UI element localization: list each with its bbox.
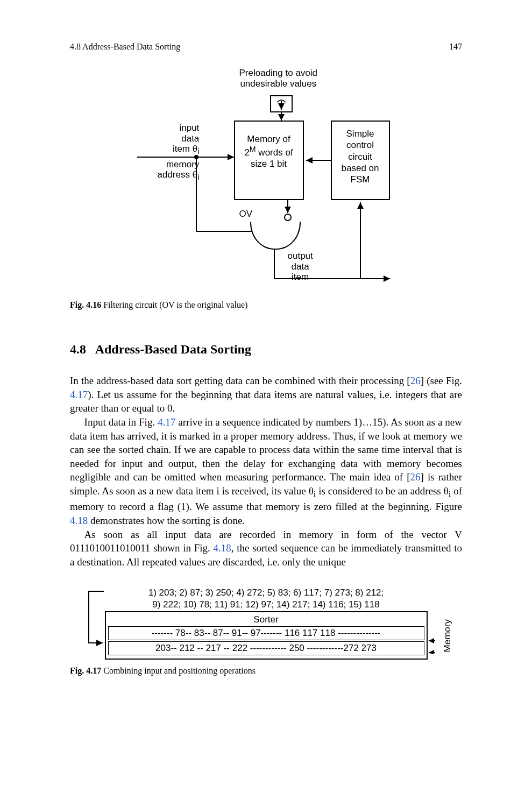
fig416-output-label-2: data [288,261,313,272]
svg-point-10 [285,214,291,221]
ref-fig-4-18[interactable]: 4.18 [70,515,88,526]
section-heading: 4.8 Address-Based Data Sorting [70,342,462,357]
ref-26[interactable]: 26 [410,471,421,483]
figure-4-16: Preloading to avoid undesirable values [137,68,395,294]
fig417-memory-label: Memory [443,619,453,652]
fig416-output-label-1: output [288,251,313,261]
fig417-loop-arrow [83,589,105,659]
fig417-sorter-label: Sorter [108,614,424,625]
fig416-memory-block: Memory of 2M words of size 1 bit [234,121,304,200]
ref-fig-4-18[interactable]: 4.18 [214,542,231,554]
fig416-input-label-4: memory [158,159,200,170]
fig416-output-label-3: item [288,272,313,282]
fig417-memory-row-2: 203-- 212 -- 217 -- 222 ------------ 250… [108,641,424,655]
fig417-memory-arrows [428,621,436,654]
fig416-ov-label: OV [239,209,253,220]
page-number: 147 [449,42,462,52]
figure-4-16-caption: Fig. 4.16 Filtering circuit (OV is the o… [70,300,462,310]
fig417-sorter-box: Sorter ------- 78-- 83-- 87-- 91-- 97---… [105,611,428,660]
fig416-control-block: Simple control circuit based on FSM [331,121,390,200]
ref-fig-4-17[interactable]: 4.17 [158,416,175,428]
fig417-input-seq-2: 9) 222; 10) 78; 11) 91; 12) 97; 14) 217;… [105,599,428,610]
fig417-memory-row-1: ------- 78-- 83-- 87-- 91-- 97------- 11… [108,626,424,640]
paragraph-3: As soon as all input data are recorded i… [70,528,462,569]
figure-4-17: 1) 203; 2) 87; 3) 250; 4) 272; 5) 83; 6)… [105,587,428,660]
fig416-input-label-2: data [158,133,200,144]
fig417-input-seq-1: 1) 203; 2) 87; 3) 250; 4) 272; 5) 83; 6)… [105,587,428,598]
running-header: 4.8 Address-Based Data Sorting [70,42,180,52]
paragraph-1: In the address-based data sort getting d… [70,374,462,415]
ref-26[interactable]: 26 [410,375,421,386]
figure-4-17-caption: Fig. 4.17 Combining input and positionin… [70,666,462,676]
fig416-input-label-3: item θi [158,144,200,156]
paragraph-2: Input data in Fig. 4.17 arrive in a sequ… [70,415,462,528]
fig416-input-label-1: input [158,123,200,133]
fig416-input-label-5: address θi [158,169,200,182]
ref-fig-4-17[interactable]: 4.17 [70,389,88,400]
